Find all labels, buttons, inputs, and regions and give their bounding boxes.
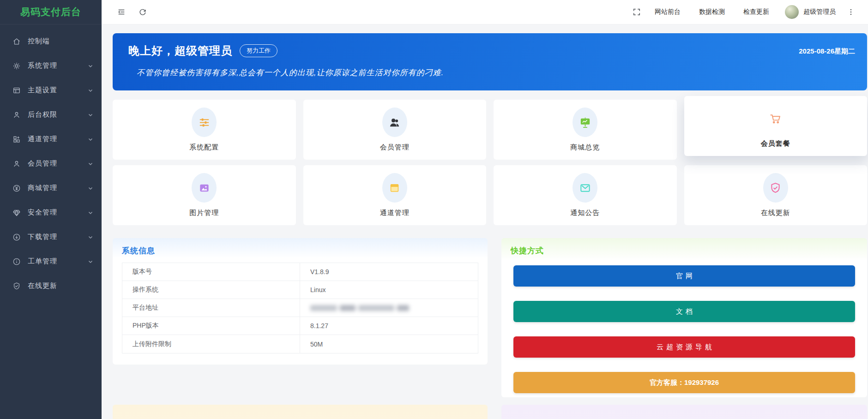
table-row: 平台地址 [122, 299, 478, 317]
sidebar-item-control[interactable]: 控制端 [0, 29, 102, 54]
chevron-down-icon [88, 63, 93, 69]
collapse-sidebar-icon[interactable] [113, 3, 130, 21]
shortcuts-panel: 快捷方式 官网 文档 云超资源导航 官方客服：192937926 [501, 238, 867, 397]
sidebar-item-label: 商城管理 [28, 184, 88, 192]
sidebar-nav: 控制端 系统管理 主题设置 后台权限 [0, 24, 102, 298]
bottom-left-panel [113, 405, 488, 419]
avatar [785, 5, 799, 19]
card-system-config[interactable]: 系统配置 [113, 100, 296, 160]
docs-button[interactable]: 文档 [513, 301, 855, 322]
blurred-value [310, 305, 409, 311]
card-label: 在线更新 [761, 209, 790, 217]
sidebar-item-security[interactable]: 安全管理 [0, 200, 102, 225]
sidebar-item-label: 后台权限 [28, 110, 88, 119]
topbar: 网站前台 数据检测 检查更新 超级管理员 [102, 0, 868, 24]
shield-check-icon [763, 173, 788, 203]
sidebar-item-download[interactable]: 下载管理 [0, 225, 102, 249]
sidebar-item-label: 会员管理 [28, 159, 88, 168]
shield-check-icon [12, 282, 21, 290]
sidebar-item-label: 通道管理 [28, 135, 88, 144]
card-channel-manage[interactable]: 通道管理 [303, 165, 487, 225]
card-online-update[interactable]: 在线更新 [684, 165, 868, 225]
username: 超级管理员 [803, 8, 836, 16]
presentation-chart-icon [573, 108, 597, 137]
card-label: 通道管理 [380, 209, 410, 217]
sidebar-item-label: 控制端 [28, 37, 93, 46]
main-area: 网站前台 数据检测 检查更新 超级管理员 晚上好，超级管理员 努力工作 不管你曾… [102, 0, 868, 419]
sidebar-item-label: 主题设置 [28, 86, 88, 95]
card-member-package[interactable]: 会员套餐 [684, 96, 868, 156]
sliders-icon [192, 108, 217, 137]
resource-nav-button[interactable]: 云超资源导航 [513, 336, 855, 358]
topbar-link-check-update[interactable]: 检查更新 [734, 8, 778, 16]
greeting-text: 晚上好，超级管理员 [128, 43, 232, 58]
fullscreen-icon[interactable] [628, 3, 645, 21]
daily-quote: 不管你曾经被伤害得有多深,总会有一个人的出现,让你原谅之前生活对你所有的刁难. [137, 67, 444, 78]
card-label: 会员管理 [380, 143, 410, 152]
sidebar-item-channel[interactable]: 通道管理 [0, 127, 102, 151]
card-member-manage[interactable]: 会员管理 [303, 100, 487, 160]
chevron-down-icon [88, 112, 93, 118]
row-value: V1.8.9 [300, 263, 478, 281]
sidebar-item-online-update[interactable]: 在线更新 [0, 274, 102, 298]
row-value: 8.1.27 [300, 317, 478, 335]
welcome-banner: 晚上好，超级管理员 努力工作 不管你曾经被伤害得有多深,总会有一个人的出现,让你… [113, 33, 867, 90]
browser-icon [382, 173, 407, 203]
topbar-link-data-check[interactable]: 数据检测 [690, 8, 734, 16]
card-label: 商城总览 [570, 143, 600, 152]
users-icon [382, 108, 407, 137]
user-menu[interactable]: 超级管理员 [785, 5, 836, 19]
app-logo: 易码支付后台 [0, 0, 102, 24]
mail-icon [573, 173, 597, 203]
cart-icon [763, 104, 788, 133]
chevron-down-icon [88, 259, 93, 264]
sidebar-item-label: 系统管理 [28, 61, 88, 70]
image-icon [192, 173, 217, 203]
user-icon [12, 160, 21, 168]
sidebar-item-system[interactable]: 系统管理 [0, 54, 102, 78]
sidebar-item-label: 在线更新 [28, 281, 93, 290]
chevron-down-icon [88, 186, 93, 191]
shortcuts-title: 快捷方式 [501, 238, 867, 256]
row-value: 50M [300, 335, 478, 353]
card-label: 系统配置 [189, 143, 219, 152]
chevron-down-icon [88, 88, 93, 93]
customer-service-button[interactable]: 官方客服：192937926 [513, 372, 855, 393]
system-info-table: 版本号 V1.8.9 操作系统 Linux 平台地址 [122, 263, 478, 353]
gem-icon [12, 209, 21, 217]
system-info-title: 系统信息 [113, 238, 488, 256]
sidebar-item-label: 下载管理 [28, 233, 88, 241]
card-label: 通知公告 [570, 209, 600, 217]
sidebar-item-label: 安全管理 [28, 208, 88, 217]
chevron-down-icon [88, 161, 93, 167]
bottom-right-panel [501, 405, 867, 419]
user-icon [12, 111, 21, 119]
sidebar-item-ticket[interactable]: 工单管理 [0, 249, 102, 274]
card-mall-overview[interactable]: 商城总览 [494, 100, 677, 160]
table-row: PHP版本 8.1.27 [122, 317, 478, 335]
official-site-button[interactable]: 官网 [513, 265, 855, 287]
more-vertical-icon[interactable] [842, 3, 860, 21]
app-root: 易码支付后台 控制端 系统管理 主题设置 [0, 0, 868, 419]
refresh-icon[interactable] [134, 3, 151, 21]
sidebar-item-theme[interactable]: 主题设置 [0, 78, 102, 102]
blocks-icon [12, 135, 21, 144]
card-image-manage[interactable]: 图片管理 [113, 165, 296, 225]
banner-date: 2025-08-26星期二 [799, 47, 855, 90]
sidebar-item-admin-rights[interactable]: 后台权限 [0, 102, 102, 127]
topbar-link-site-front[interactable]: 网站前台 [645, 8, 690, 16]
card-label: 会员套餐 [761, 139, 790, 148]
home-icon [12, 37, 21, 46]
card-notice[interactable]: 通知公告 [494, 165, 677, 225]
work-badge: 努力工作 [240, 44, 277, 57]
gear-icon [12, 62, 21, 70]
table-row: 操作系统 Linux [122, 281, 478, 299]
sidebar-item-mall[interactable]: 商城管理 [0, 176, 102, 200]
chevron-down-icon [88, 210, 93, 215]
quick-cards: 系统配置 会员管理 商城总览 [113, 100, 867, 225]
content: 晚上好，超级管理员 努力工作 不管你曾经被伤害得有多深,总会有一个人的出现,让你… [102, 24, 868, 419]
sidebar-item-member[interactable]: 会员管理 [0, 151, 102, 176]
row-label: 平台地址 [122, 299, 300, 317]
row-value: Linux [300, 281, 478, 299]
table-row: 版本号 V1.8.9 [122, 263, 478, 281]
